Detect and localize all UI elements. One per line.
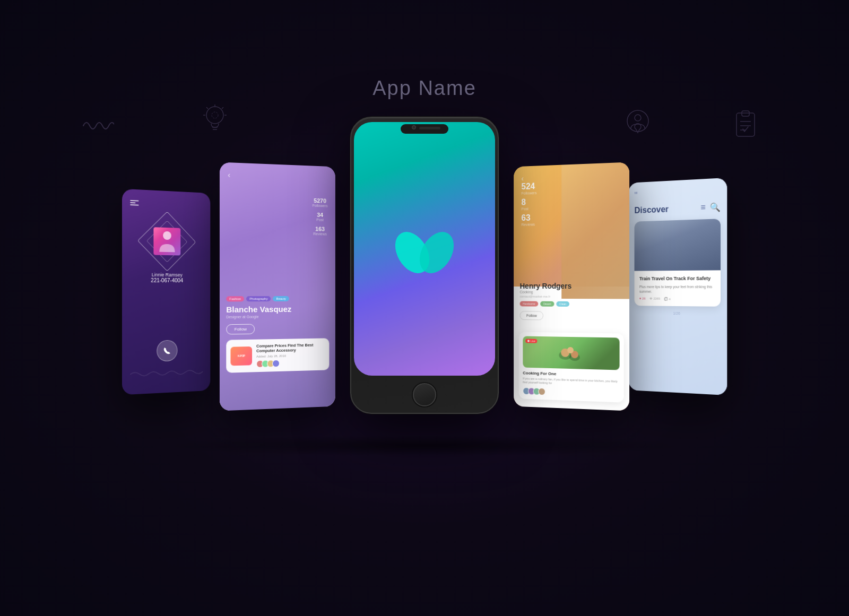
card-image: K-POP (230, 346, 252, 366)
discover-card-title: Train Travel On Track For Safety (639, 276, 715, 282)
side-button-vol-down (350, 223, 351, 247)
reviews-count: 163 (313, 225, 328, 232)
henry-stats: 524 Followers 8 Post 63 Reviews (521, 181, 536, 229)
henry-email: contact@market-me.fr (520, 295, 623, 299)
sound-wave-icon (82, 117, 114, 137)
screens-shadow (159, 435, 690, 456)
card-title: Compare Prices Find The Best Computer Ac… (256, 342, 325, 354)
side-button-mute (350, 171, 351, 184)
follow-button[interactable]: Follow (226, 324, 255, 334)
phone-screen (354, 122, 495, 376)
profile-stats: 5270 Followers 34 Post 163 Reviews (313, 197, 328, 240)
avatar (153, 227, 180, 255)
side-button-right (498, 181, 499, 213)
reviews-label: Reviews (313, 232, 328, 236)
screens-container: Linnie Ramsey 221-067-4004 ‹ (106, 149, 743, 446)
phone-camera (412, 125, 416, 129)
app-logo (390, 214, 459, 283)
svg-point-0 (206, 107, 223, 124)
svg-line-4 (222, 107, 223, 109)
tag-photography: Photography (246, 296, 271, 301)
screen-profile-henry: ‹ 524 Followers 8 Post 63 Reviews (514, 162, 629, 411)
cooking-card-desc: If you are a culinary fan, if you like t… (523, 377, 619, 388)
henry-follow-button[interactable]: Follow (520, 311, 544, 320)
discover-header: Discover ≡ 🔍 (635, 202, 721, 215)
henry-occupation: Cooking (520, 290, 623, 294)
profile-tags: Fashion Photography Beauty (226, 296, 329, 301)
discover-card: Train Travel On Track For Safety Plus mo… (635, 219, 721, 306)
discover-card-desc: Plus more tips to keep your feet from st… (639, 284, 715, 294)
svg-point-10 (635, 115, 641, 121)
henry-followers-label: Followers (521, 191, 536, 195)
header-icons: ≡ 🔍 (700, 202, 721, 213)
screen-profile-blanche: ‹ 5270 Followers 34 Post 163 Reviews F (220, 162, 335, 411)
tag-desert: Desert (540, 301, 554, 307)
contact-name: Linnie Ramsey (152, 272, 183, 277)
card-avatars (256, 359, 325, 368)
content-card: K-POP Compare Prices Find The Best Compu… (226, 338, 329, 373)
cooking-card-image: Live (523, 336, 619, 370)
side-button-vol-up (350, 192, 351, 216)
like-count: ♥ 26 (639, 297, 646, 300)
center-phone (350, 117, 499, 414)
tag-fashion: Fashion (226, 296, 244, 301)
home-button[interactable] (413, 383, 436, 406)
screen-contact: Linnie Ramsey 221-067-4004 (122, 189, 210, 395)
post-count: 34 (313, 212, 328, 219)
henry-post: 8 (521, 197, 536, 207)
discover-card-image (635, 219, 721, 271)
henry-info: Henry Rodgers Cooking contact@market-me.… (520, 282, 623, 325)
cooking-card-avatars (523, 387, 619, 398)
back-arrow-icon[interactable]: ‹ (228, 170, 230, 179)
svg-point-8 (212, 112, 218, 118)
profile-info: Fashion Photography Beauty Blanche Vasqu… (226, 296, 329, 373)
tag-handsome: Handsome (520, 301, 539, 306)
menu-icon (130, 200, 138, 206)
avatar-frame (146, 220, 187, 263)
henry-reviews-label: Reviews (521, 222, 536, 227)
menu-lines-icon[interactable]: ≡ (700, 203, 705, 213)
profile-name: Blanche Vasquez (226, 304, 329, 314)
tag-clean: Clean (556, 301, 569, 307)
person-location-icon (623, 106, 653, 143)
lightbulb-icon (201, 103, 230, 140)
svg-line-5 (206, 107, 208, 109)
discover-card-meta: ♥ 26 👁 2265 💬 4 (639, 297, 715, 301)
live-badge: Live (525, 339, 537, 343)
henry-name: Henry Rodgers (520, 282, 623, 290)
profile-subtitle: Designer at Google (226, 314, 329, 319)
svg-point-16 (163, 231, 171, 240)
app-title: App Name (372, 77, 477, 100)
henry-post-label: Post (521, 207, 536, 211)
henry-tags: Handsome Desert Clean (520, 301, 623, 307)
comment-count: 💬 4 (664, 297, 671, 301)
followers-label: Followers (313, 204, 328, 208)
clipboard-icon (732, 109, 759, 143)
tag-beauty: Beauty (273, 296, 289, 301)
henry-followers: 524 (521, 181, 536, 192)
followers-count: 5270 (313, 197, 328, 204)
henry-reviews: 63 (521, 213, 536, 223)
post-label: Post (313, 218, 328, 222)
card-date: Added: July 28, 2016 (256, 353, 325, 358)
back-arrow-icon-4[interactable]: ‹ (521, 174, 523, 183)
discover-title: Discover (635, 204, 669, 215)
contact-phone: 221-067-4004 (151, 277, 183, 283)
quote-icon: " (635, 186, 721, 202)
page-indicator: 1/26 (635, 311, 721, 316)
call-button[interactable] (157, 340, 177, 362)
search-icon[interactable]: 🔍 (710, 202, 721, 213)
screen-discover: " Discover ≡ 🔍 Train Travel On Track For… (628, 178, 727, 395)
view-count: 👁 2265 (649, 297, 660, 300)
henry-photo (561, 162, 629, 299)
phone-speaker (419, 127, 440, 129)
svg-rect-12 (742, 111, 749, 116)
cooking-card: Live Cooking For One If you are a culina… (519, 332, 624, 403)
